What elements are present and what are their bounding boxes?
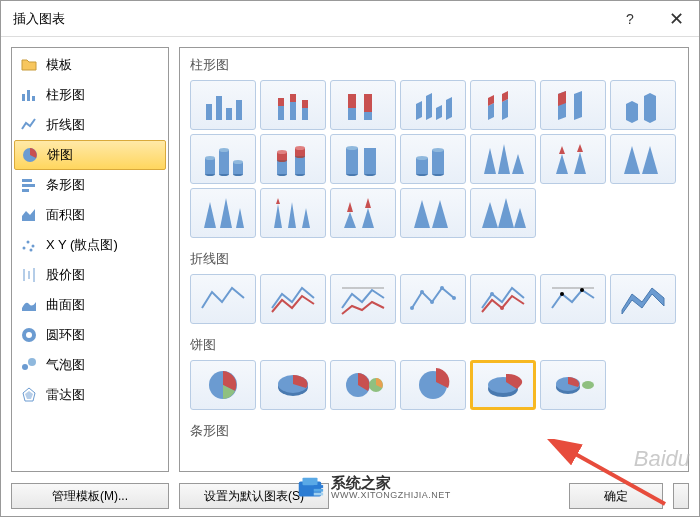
svg-marker-69 — [574, 152, 586, 174]
category-label: 圆环图 — [46, 326, 85, 344]
chart-tile[interactable] — [190, 360, 256, 410]
line-icon — [20, 116, 38, 134]
ok-button[interactable]: 确定 — [569, 483, 663, 509]
svg-point-94 — [490, 292, 494, 296]
svg-marker-88 — [514, 208, 526, 228]
chart-tile[interactable] — [540, 274, 606, 324]
svg-rect-62 — [432, 150, 444, 174]
category-label: 条形图 — [46, 176, 85, 194]
titlebar-controls: ? ✕ — [607, 1, 699, 37]
svg-rect-5 — [22, 184, 35, 187]
category-item-11[interactable]: 雷达图 — [14, 380, 166, 410]
chart-tile[interactable] — [400, 360, 466, 410]
category-item-2[interactable]: 折线图 — [14, 110, 166, 140]
chart-tile[interactable] — [610, 274, 676, 324]
cancel-button[interactable] — [673, 483, 689, 509]
svg-rect-54 — [346, 148, 358, 174]
chart-tile[interactable] — [260, 360, 326, 410]
chart-gallery[interactable]: 柱形图折线图饼图条形图 — [179, 47, 689, 472]
svg-marker-73 — [204, 202, 216, 228]
svg-point-7 — [23, 247, 26, 250]
svg-marker-70 — [577, 144, 583, 152]
category-label: 股价图 — [46, 266, 85, 284]
category-item-3[interactable]: 饼图 — [14, 140, 166, 170]
chart-tile[interactable] — [330, 274, 396, 324]
svg-rect-24 — [278, 106, 284, 120]
chart-grid — [190, 80, 678, 238]
svg-rect-49 — [295, 156, 305, 174]
category-item-5[interactable]: 面积图 — [14, 200, 166, 230]
chart-tile[interactable] — [540, 360, 606, 410]
svg-marker-75 — [236, 208, 244, 228]
svg-marker-71 — [624, 146, 640, 174]
chart-tile[interactable] — [260, 80, 326, 130]
chart-tile[interactable] — [330, 188, 396, 238]
chart-tile[interactable] — [470, 188, 536, 238]
svg-rect-57 — [364, 148, 376, 174]
svg-rect-22 — [226, 108, 232, 120]
category-label: X Y (散点图) — [46, 236, 118, 254]
svg-rect-29 — [302, 100, 308, 108]
chart-tile[interactable] — [610, 134, 676, 184]
chart-tile[interactable] — [330, 134, 396, 184]
category-item-0[interactable]: 模板 — [14, 50, 166, 80]
chart-tile[interactable] — [470, 360, 536, 410]
close-button[interactable]: ✕ — [653, 1, 699, 37]
svg-marker-68 — [559, 146, 565, 154]
help-button[interactable]: ? — [607, 1, 653, 37]
category-item-4[interactable]: 条形图 — [14, 170, 166, 200]
manage-templates-button[interactable]: 管理模板(M)... — [11, 483, 169, 509]
chart-tile[interactable] — [190, 134, 256, 184]
chart-tile[interactable] — [400, 134, 466, 184]
column-icon — [20, 86, 38, 104]
svg-marker-87 — [498, 198, 514, 228]
chart-tile[interactable] — [470, 274, 536, 324]
svg-point-47 — [277, 150, 287, 154]
svg-marker-19 — [25, 391, 33, 399]
chart-tile[interactable] — [470, 134, 536, 184]
svg-rect-27 — [290, 94, 296, 102]
chart-tile[interactable] — [260, 274, 326, 324]
brand-logo-icon — [295, 472, 325, 502]
radar-icon — [20, 386, 38, 404]
area-icon — [20, 206, 38, 224]
category-label: 曲面图 — [46, 296, 85, 314]
bar-icon — [20, 176, 38, 194]
category-item-7[interactable]: 股价图 — [14, 260, 166, 290]
category-list[interactable]: 模板柱形图折线图饼图条形图面积图X Y (散点图)股价图曲面图圆环图气泡图雷达图 — [11, 47, 169, 472]
svg-point-108 — [582, 381, 594, 389]
category-item-8[interactable]: 曲面图 — [14, 290, 166, 320]
svg-point-15 — [26, 332, 32, 338]
chart-tile[interactable] — [610, 80, 676, 130]
chart-tile[interactable] — [260, 188, 326, 238]
category-label: 折线图 — [46, 116, 85, 134]
svg-rect-59 — [416, 158, 428, 174]
chart-tile[interactable] — [540, 134, 606, 184]
chart-tile[interactable] — [330, 80, 396, 130]
section-header: 柱形图 — [190, 52, 678, 80]
chart-tile[interactable] — [190, 188, 256, 238]
svg-marker-82 — [362, 208, 374, 228]
category-item-9[interactable]: 圆环图 — [14, 320, 166, 350]
category-item-10[interactable]: 气泡图 — [14, 350, 166, 380]
chart-tile[interactable] — [400, 80, 466, 130]
chart-tile[interactable] — [540, 80, 606, 130]
svg-rect-1 — [27, 90, 30, 101]
category-item-1[interactable]: 柱形图 — [14, 80, 166, 110]
insert-chart-dialog: 插入图表 ? ✕ 模板柱形图折线图饼图条形图面积图X Y (散点图)股价图曲面图… — [0, 0, 700, 517]
svg-rect-2 — [32, 96, 35, 101]
category-label: 柱形图 — [46, 86, 85, 104]
chart-tile[interactable] — [190, 274, 256, 324]
svg-marker-86 — [482, 202, 498, 228]
chart-tile[interactable] — [330, 360, 396, 410]
chart-tile[interactable] — [190, 80, 256, 130]
category-label: 面积图 — [46, 206, 85, 224]
chart-tile[interactable] — [400, 188, 466, 238]
chart-tile[interactable] — [400, 274, 466, 324]
category-item-6[interactable]: X Y (散点图) — [14, 230, 166, 260]
svg-point-16 — [22, 364, 28, 370]
svg-point-52 — [295, 146, 305, 150]
titlebar: 插入图表 ? ✕ — [1, 1, 699, 37]
chart-tile[interactable] — [260, 134, 326, 184]
chart-tile[interactable] — [470, 80, 536, 130]
